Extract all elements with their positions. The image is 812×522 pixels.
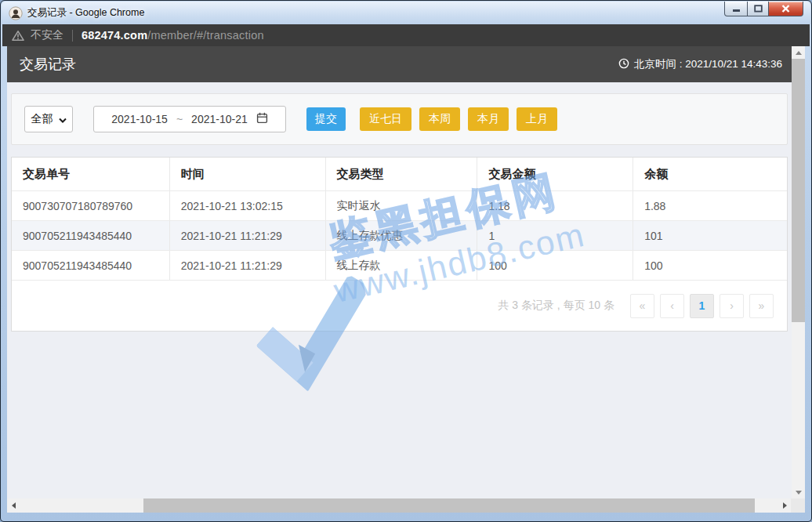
cell-type: 线上存款优惠 <box>326 221 478 250</box>
quick-button-this-month[interactable]: 本月 <box>468 107 509 131</box>
cell-time: 2021-10-21 11:21:29 <box>170 221 326 250</box>
maximize-button[interactable] <box>747 2 769 16</box>
page-header: 交易记录 北京时间 : 2021/10/21 14:43:36 <box>7 46 792 82</box>
window-titlebar[interactable]: 交易记录 - Google Chrome <box>2 2 810 24</box>
start-date[interactable]: 2021-10-15 <box>111 113 168 125</box>
table-row: 900705211943485440 2021-10-21 11:21:29 线… <box>12 250 787 280</box>
next-page-button[interactable]: › <box>720 294 744 318</box>
scroll-up-button[interactable] <box>792 46 805 59</box>
arrow-right-icon <box>783 502 787 509</box>
pagination: 共 3 条记录 , 每页 10 条 « ‹ 1 › » <box>12 280 787 331</box>
address-separator <box>72 30 73 42</box>
col-header-type: 交易类型 <box>326 158 478 190</box>
clock-icon <box>618 58 629 71</box>
cell-amount: 100 <box>477 251 633 280</box>
horizontal-scrollbar-thumb[interactable] <box>143 498 755 513</box>
vertical-scrollbar-thumb[interactable] <box>792 59 805 322</box>
page: 交易记录 北京时间 : 2021/10/21 14:43:36 全部 <box>7 46 792 498</box>
quick-button-this-week[interactable]: 本周 <box>419 107 460 131</box>
pagination-summary: 共 3 条记录 , 每页 10 条 <box>498 299 614 313</box>
quick-button-last7days[interactable]: 近七日 <box>360 107 411 131</box>
submit-button[interactable]: 提交 <box>306 107 346 131</box>
warning-triangle-icon <box>12 30 24 42</box>
page-1-button[interactable]: 1 <box>690 294 714 318</box>
browser-window: 交易记录 - Google Chrome <box>0 0 812 522</box>
col-header-order-no: 交易单号 <box>12 158 170 190</box>
last-page-button[interactable]: » <box>749 294 774 318</box>
date-range-input[interactable]: 2021-10-15 ~ 2021-10-21 <box>93 106 286 132</box>
scroll-down-button[interactable] <box>792 486 805 498</box>
cell-amount: 1.18 <box>477 191 633 220</box>
cell-time: 2021-10-21 13:02:15 <box>170 191 326 220</box>
chevron-down-icon <box>59 113 67 125</box>
window-title: 交易记录 - Google Chrome <box>27 6 144 20</box>
url-domain: 682474.com <box>82 29 147 42</box>
minimize-icon <box>733 9 740 12</box>
close-button[interactable] <box>768 2 803 16</box>
quick-button-last-month[interactable]: 上月 <box>517 107 557 131</box>
content-area: 全部 2021-10-15 ~ 2021-10-21 <box>7 82 792 498</box>
bottom-scroll-area <box>7 498 805 513</box>
url-text: 682474.com /member/#/transaction <box>82 29 264 42</box>
window-controls <box>725 2 803 16</box>
table-row: 900730707180789760 2021-10-21 13:02:15 实… <box>12 190 787 220</box>
calendar-icon <box>256 112 268 126</box>
cell-order-no: 900705211943485440 <box>12 221 170 250</box>
cell-type: 实时返水 <box>326 191 478 220</box>
scroll-right-button[interactable] <box>778 498 791 513</box>
table-body: 900730707180789760 2021-10-21 13:02:15 实… <box>12 190 787 280</box>
beijing-time: 北京时间 : 2021/10/21 14:43:36 <box>618 57 782 71</box>
security-label[interactable]: 不安全 <box>31 28 63 42</box>
table-header-row: 交易单号 时间 交易类型 交易金额 余额 <box>12 158 787 190</box>
cell-balance: 100 <box>633 251 787 280</box>
arrow-left-icon <box>12 502 16 509</box>
prev-page-button[interactable]: ‹ <box>660 294 684 318</box>
scrollbar-corner <box>791 498 805 513</box>
cell-balance: 1.88 <box>633 191 787 220</box>
favicon-avatar-icon <box>9 6 23 20</box>
type-select[interactable]: 全部 <box>24 106 73 132</box>
beijing-time-label: 北京时间 : 2021/10/21 14:43:36 <box>634 57 782 71</box>
cell-amount: 1 <box>477 221 633 250</box>
col-header-time: 时间 <box>170 158 326 190</box>
cell-balance: 101 <box>633 221 787 250</box>
close-icon <box>781 2 790 16</box>
arrow-down-icon <box>796 491 802 495</box>
address-bar[interactable]: 不安全 682474.com /member/#/transaction <box>2 24 810 46</box>
arrow-up-icon <box>796 51 802 55</box>
minimize-button[interactable] <box>724 2 748 16</box>
cell-order-no: 900705211943485440 <box>12 251 170 280</box>
filter-bar: 全部 2021-10-15 ~ 2021-10-21 <box>11 93 788 145</box>
type-select-value: 全部 <box>31 112 53 126</box>
url-path: /member/#/transaction <box>147 29 263 42</box>
col-header-balance: 余额 <box>633 158 787 190</box>
maximize-icon <box>754 2 763 16</box>
col-header-amount: 交易金额 <box>477 158 633 190</box>
cell-order-no: 900730707180789760 <box>12 191 170 220</box>
date-separator: ~ <box>176 113 183 125</box>
first-page-button[interactable]: « <box>630 294 654 318</box>
end-date[interactable]: 2021-10-21 <box>191 113 248 125</box>
scroll-left-button[interactable] <box>7 498 20 513</box>
page-title: 交易记录 <box>20 55 76 74</box>
browser-viewport: 交易记录 北京时间 : 2021/10/21 14:43:36 全部 <box>7 46 805 498</box>
vertical-scrollbar[interactable] <box>792 46 805 498</box>
cell-time: 2021-10-21 11:21:29 <box>170 251 326 280</box>
transactions-table: 交易单号 时间 交易类型 交易金额 余额 900730707180789760 … <box>11 157 788 332</box>
horizontal-scrollbar[interactable] <box>7 498 791 513</box>
cell-type: 线上存款 <box>326 251 478 280</box>
table-row: 900705211943485440 2021-10-21 11:21:29 线… <box>12 220 787 250</box>
